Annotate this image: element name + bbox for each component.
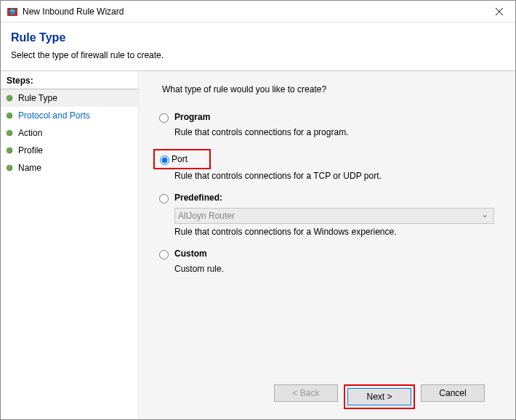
step-label: Rule Type — [18, 93, 57, 103]
option-custom-label: Custom — [174, 249, 207, 259]
step-name[interactable]: Name — [1, 159, 138, 177]
next-button[interactable]: Next > — [347, 388, 411, 405]
option-predefined-desc: Rule that controls connections for a Win… — [174, 227, 499, 237]
step-profile[interactable]: Profile — [1, 142, 138, 159]
firewall-icon — [7, 6, 18, 17]
step-label: Protocol and Ports — [18, 110, 90, 121]
prompt-text: What type of rule would you like to crea… — [155, 84, 499, 94]
option-port-label: Port — [172, 154, 188, 164]
step-label: Name — [18, 163, 41, 173]
bullet-icon — [7, 113, 12, 118]
option-custom-desc: Custom rule. — [174, 264, 499, 274]
title-bar: New Inbound Rule Wizard — [1, 1, 515, 23]
close-button[interactable] — [483, 1, 515, 22]
bullet-icon — [7, 148, 12, 153]
bullet-icon — [7, 95, 12, 101]
wizard-window: New Inbound Rule Wizard Rule Type Select… — [0, 0, 516, 420]
predefined-select-wrap: AllJoyn Router — [174, 208, 499, 224]
option-program-label: Program — [174, 112, 210, 122]
page-subtitle: Select the type of firewall rule to crea… — [11, 50, 505, 60]
option-predefined-row: Predefined: — [155, 193, 499, 203]
bullet-icon — [7, 130, 12, 136]
radio-custom[interactable] — [159, 250, 169, 259]
option-program-desc: Rule that controls connections for a pro… — [174, 127, 499, 137]
option-predefined-label: Predefined: — [174, 193, 222, 203]
radio-predefined[interactable] — [159, 194, 169, 203]
option-custom-row: Custom — [155, 249, 499, 259]
wizard-footer: < Back Next > Cancel — [155, 376, 499, 419]
wizard-header: Rule Type Select the type of firewall ru… — [1, 23, 515, 70]
option-program-row: Program — [155, 112, 499, 123]
bullet-icon — [7, 165, 12, 171]
rule-type-options: Program Rule that controls connections f… — [155, 112, 499, 286]
radio-program[interactable] — [159, 113, 169, 123]
steps-sidebar: Steps: Rule Type Protocol and Ports Acti… — [1, 71, 139, 419]
option-port-highlight: Port — [155, 149, 499, 169]
window-title: New Inbound Rule Wizard — [23, 7, 483, 17]
step-protocol-ports[interactable]: Protocol and Ports — [1, 107, 138, 124]
next-button-highlight: Next > — [344, 384, 415, 409]
page-heading: Rule Type — [11, 31, 505, 44]
radio-port[interactable] — [160, 156, 169, 165]
back-button[interactable]: < Back — [274, 384, 338, 402]
step-action[interactable]: Action — [1, 124, 138, 142]
cancel-button[interactable]: Cancel — [421, 384, 485, 402]
wizard-body: Steps: Rule Type Protocol and Ports Acti… — [1, 70, 515, 419]
step-label: Profile — [18, 145, 43, 156]
predefined-select[interactable]: AllJoyn Router — [174, 208, 494, 224]
step-rule-type[interactable]: Rule Type — [1, 89, 138, 107]
option-port-desc: Rule that controls connections for a TCP… — [174, 171, 499, 181]
steps-heading: Steps: — [1, 71, 138, 89]
step-label: Action — [18, 128, 42, 138]
wizard-content: What type of rule would you like to crea… — [139, 71, 515, 419]
